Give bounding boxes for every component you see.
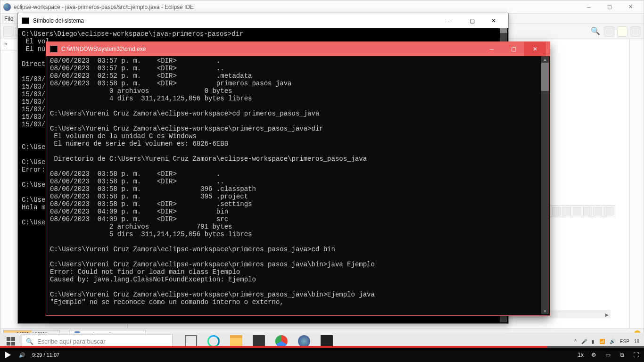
search-icon: 🔍	[26, 338, 33, 345]
console-button[interactable]	[604, 207, 612, 215]
scroll-up-icon[interactable]: ▲	[541, 56, 549, 63]
maximize-button[interactable]: ▢	[461, 13, 483, 28]
eclipse-titlebar: eclipse-workspace - java-primeros-pasos/…	[0, 0, 644, 14]
cmd2-output[interactable]: 08/06/2023 03:57 p. m. <DIR> . 08/06/202…	[47, 56, 541, 314]
cmd-window-2[interactable]: C:\WINDOWS\system32\cmd.exe ─ ▢ ✕ 08/06/…	[46, 41, 550, 316]
outline-panel[interactable]	[629, 39, 644, 329]
language-indicator[interactable]: ESP	[620, 339, 629, 344]
current-time: 9:29	[32, 352, 42, 358]
eclipse-title: eclipse-workspace - java-primeros-pasos/…	[14, 4, 194, 10]
pip-icon[interactable]: ⧉	[618, 351, 626, 359]
console-button[interactable]	[594, 207, 602, 215]
mic-icon[interactable]: 🎤	[581, 339, 587, 344]
clock[interactable]: 18	[634, 339, 639, 344]
cmd2-titlebar[interactable]: C:\WINDOWS\system32\cmd.exe ─ ▢ ✕	[46, 42, 550, 56]
maximize-button[interactable]: ▢	[599, 0, 620, 14]
explorer-tab-label: P	[3, 42, 7, 48]
system-tray[interactable]: ^ 🎤 ▮ 📶 🔊 ESP 18	[570, 339, 644, 344]
chevron-up-icon[interactable]: ^	[574, 339, 577, 344]
maximize-button[interactable]: ▢	[503, 42, 524, 56]
play-button[interactable]	[4, 351, 12, 359]
minimize-button[interactable]: ─	[481, 42, 503, 56]
close-button[interactable]: ✕	[524, 42, 546, 56]
video-controls: 🔊 9:29 / 11:07 1x ⚙ ▭ ⧉ ⛶	[0, 348, 644, 362]
time-display: 9:29 / 11:07	[32, 352, 59, 358]
cmd1-title-text: Símbolo del sistema	[33, 17, 84, 24]
search-placeholder: Escribe aquí para buscar	[37, 338, 106, 345]
svg-rect-2	[7, 342, 10, 346]
seek-bar[interactable]	[0, 346, 644, 348]
cmd1-titlebar[interactable]: Símbolo del sistema ─ ▢ ✕	[18, 13, 508, 28]
windows-icon	[7, 337, 15, 346]
play-icon	[4, 351, 12, 359]
console-button[interactable]	[573, 207, 581, 215]
menu-file[interactable]: File	[4, 16, 13, 22]
volume-button[interactable]: 🔊	[18, 351, 26, 359]
scrollbar-thumb[interactable]	[500, 28, 507, 33]
minimize-button[interactable]: ─	[439, 13, 461, 28]
eclipse-icon	[3, 3, 11, 11]
wifi-icon[interactable]: 📶	[599, 339, 605, 344]
captions-icon[interactable]: ▭	[603, 351, 612, 359]
console-button[interactable]	[583, 207, 592, 215]
perspective-java[interactable]	[617, 26, 627, 37]
perspective-debug[interactable]	[630, 26, 641, 37]
console-button[interactable]	[562, 207, 571, 215]
playback-speed[interactable]: 1x	[578, 352, 584, 358]
cmd-icon	[22, 17, 29, 24]
cmd2-title-text: C:\WINDOWS\system32\cmd.exe	[61, 46, 146, 52]
perspective-button[interactable]	[604, 26, 614, 37]
scroll-down-icon[interactable]: ▼	[541, 308, 549, 314]
minimize-button[interactable]: ─	[578, 0, 599, 14]
total-time: 11:07	[47, 352, 60, 358]
volume-icon: 🔊	[19, 352, 25, 358]
toolbar-button[interactable]	[3, 26, 14, 37]
close-button[interactable]: ✕	[483, 13, 504, 28]
svg-rect-0	[7, 337, 10, 341]
close-button[interactable]: ✕	[620, 0, 641, 14]
settings-icon[interactable]: ⚙	[589, 351, 598, 359]
console-button[interactable]	[552, 207, 561, 215]
fullscreen-icon[interactable]: ⛶	[632, 351, 640, 359]
volume-tray-icon[interactable]: 🔊	[610, 339, 615, 344]
svg-rect-3	[11, 342, 15, 346]
svg-marker-4	[5, 352, 11, 358]
svg-rect-1	[11, 337, 15, 341]
seek-progress	[0, 346, 547, 348]
cmd-icon	[50, 46, 58, 52]
scroll-right-icon[interactable]: ▶	[603, 311, 611, 319]
battery-icon[interactable]: ▮	[592, 339, 594, 344]
cmd2-scrollbar[interactable]: ▲ ▼	[541, 56, 549, 314]
scrollbar-thumb[interactable]	[541, 63, 549, 91]
search-icon[interactable]: 🔍	[591, 26, 601, 37]
